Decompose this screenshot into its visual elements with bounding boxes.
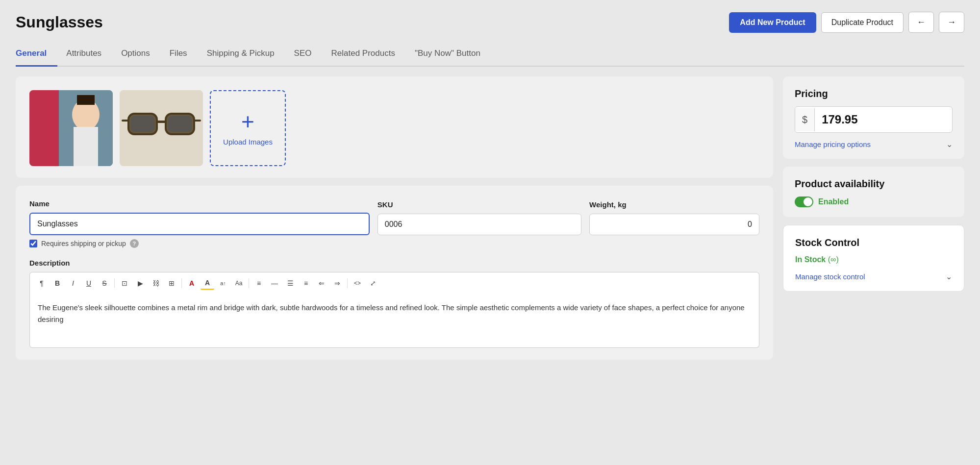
- toolbar-image[interactable]: ⊡: [118, 276, 131, 290]
- svg-rect-11: [168, 116, 192, 132]
- weight-label: Weight, kg: [589, 200, 759, 209]
- availability-title: Product availability: [795, 178, 953, 190]
- availability-toggle[interactable]: [795, 196, 813, 207]
- svg-rect-12: [157, 121, 166, 123]
- stock-control-card: Stock Control In Stock (∞) Manage stock …: [783, 225, 964, 292]
- toolbar-indent-less[interactable]: ⇐: [315, 276, 328, 290]
- tab-options[interactable]: Options: [121, 43, 161, 67]
- page-header: Sunglasses Add New Product Duplicate Pro…: [16, 12, 964, 33]
- sku-field-group: SKU: [377, 200, 581, 235]
- availability-status: Enabled: [818, 197, 849, 206]
- pricing-title: Pricing: [795, 88, 953, 99]
- tab-seo[interactable]: SEO: [294, 43, 323, 67]
- tab-general[interactable]: General: [16, 43, 57, 67]
- in-stock-label: In Stock: [795, 255, 826, 264]
- header-actions: Add New Product Duplicate Product ← →: [729, 12, 964, 33]
- rich-text-toolbar: ¶ B I U S ⊡ ▶ ⛓ ⊞ A A a↑ Aa: [29, 272, 759, 294]
- toolbar-code[interactable]: <>: [351, 276, 364, 290]
- tab-buy-now[interactable]: "Buy Now" Button: [415, 43, 491, 67]
- svg-rect-1: [29, 90, 59, 166]
- product-image-glasses[interactable]: [120, 90, 203, 166]
- pricing-chevron-icon: ⌄: [946, 140, 953, 149]
- name-label: Name: [29, 199, 370, 208]
- tab-files[interactable]: Files: [170, 43, 198, 67]
- name-field-group: Name: [29, 199, 370, 235]
- name-input[interactable]: [29, 213, 370, 235]
- description-content[interactable]: The Eugene's sleek silhouette combines a…: [29, 294, 759, 348]
- image-section: + Upload Images: [16, 76, 773, 178]
- toolbar-indent-more[interactable]: ⇒: [330, 276, 344, 290]
- svg-rect-4: [74, 127, 98, 166]
- toolbar-font-color[interactable]: A: [185, 276, 199, 290]
- weight-field-group: Weight, kg: [589, 200, 759, 235]
- toolbar-divider-1: [114, 278, 115, 288]
- manage-pricing-link[interactable]: Manage pricing options: [795, 140, 871, 148]
- toolbar-paragraph[interactable]: ¶: [35, 276, 49, 290]
- manage-pricing-row: Manage pricing options ⌄: [795, 140, 953, 149]
- weight-input[interactable]: [589, 214, 759, 235]
- svg-rect-13: [122, 120, 128, 122]
- tab-attributes[interactable]: Attributes: [66, 43, 112, 67]
- svg-rect-9: [130, 116, 155, 132]
- toolbar-bold[interactable]: B: [50, 276, 64, 290]
- tab-related-products[interactable]: Related Products: [331, 43, 406, 67]
- toolbar-video[interactable]: ▶: [133, 276, 147, 290]
- price-row: $: [795, 106, 953, 133]
- upload-label: Upload Images: [223, 138, 273, 146]
- toolbar-align[interactable]: ≡: [252, 276, 266, 290]
- toolbar-font-family[interactable]: Aa: [232, 276, 246, 290]
- availability-row: Enabled: [795, 196, 953, 207]
- upload-images-button[interactable]: + Upload Images: [210, 90, 286, 166]
- toolbar-hr[interactable]: —: [268, 276, 281, 290]
- stock-status: In Stock (∞): [795, 255, 952, 264]
- svg-rect-14: [194, 120, 201, 122]
- toolbar-underline[interactable]: U: [82, 276, 96, 290]
- sku-input[interactable]: [377, 214, 581, 235]
- forward-button[interactable]: →: [939, 12, 964, 33]
- shipping-checkbox[interactable]: [29, 240, 37, 247]
- manage-stock-link[interactable]: Manage stock control: [795, 272, 865, 281]
- toolbar-list-ul[interactable]: ☰: [283, 276, 297, 290]
- back-button[interactable]: ←: [908, 12, 934, 33]
- currency-symbol: $: [795, 108, 815, 131]
- upload-plus-icon: +: [241, 110, 254, 133]
- toolbar-table[interactable]: ⊞: [165, 276, 178, 290]
- toolbar-highlight[interactable]: A: [201, 276, 214, 290]
- duplicate-product-button[interactable]: Duplicate Product: [821, 12, 904, 33]
- stock-suffix: (∞): [828, 255, 839, 264]
- tab-shipping[interactable]: Shipping & Pickup: [207, 43, 285, 67]
- toolbar-list-ol[interactable]: ≡: [299, 276, 313, 290]
- toolbar-strikethrough[interactable]: S: [98, 276, 111, 290]
- description-section: Description ¶ B I U S ⊡ ▶ ⛓ ⊞ A: [29, 259, 759, 348]
- price-input[interactable]: [815, 107, 953, 132]
- product-image-lady[interactable]: [29, 90, 113, 166]
- sku-label: SKU: [377, 200, 581, 209]
- shipping-help-icon[interactable]: ?: [130, 239, 139, 248]
- add-new-product-button[interactable]: Add New Product: [729, 12, 816, 33]
- pricing-card: Pricing $ Manage pricing options ⌄: [783, 76, 964, 159]
- toolbar-divider-4: [347, 278, 348, 288]
- availability-card: Product availability Enabled: [783, 167, 964, 217]
- shipping-label: Requires shipping or pickup: [41, 240, 126, 247]
- svg-rect-6: [77, 95, 95, 105]
- stock-title: Stock Control: [795, 237, 952, 248]
- image-row: + Upload Images: [29, 90, 759, 166]
- stock-chevron-icon: ⌄: [946, 272, 952, 281]
- toolbar-link[interactable]: ⛓: [149, 276, 163, 290]
- toolbar-divider-3: [249, 278, 249, 288]
- description-label: Description: [29, 259, 759, 267]
- product-form: Name SKU Weight, kg Requires shipping or…: [16, 186, 773, 360]
- shipping-check-row: Requires shipping or pickup ?: [29, 239, 759, 248]
- toolbar-fullscreen[interactable]: ⤢: [366, 276, 380, 290]
- tab-bar: General Attributes Options Files Shippin…: [16, 43, 964, 67]
- page-title: Sunglasses: [16, 13, 103, 31]
- toolbar-divider-2: [181, 278, 182, 288]
- manage-stock-row: Manage stock control ⌄: [795, 272, 952, 281]
- toolbar-font-size[interactable]: a↑: [216, 276, 230, 290]
- toolbar-italic[interactable]: I: [66, 276, 80, 290]
